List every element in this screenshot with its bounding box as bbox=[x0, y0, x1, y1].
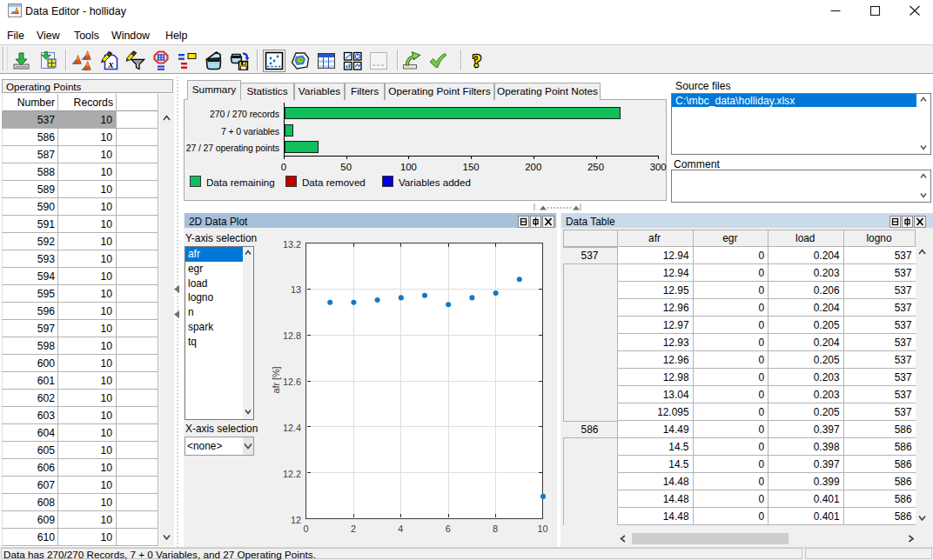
svg-text:?: ? bbox=[473, 50, 482, 71]
svg-text:x: x bbox=[108, 58, 114, 70]
